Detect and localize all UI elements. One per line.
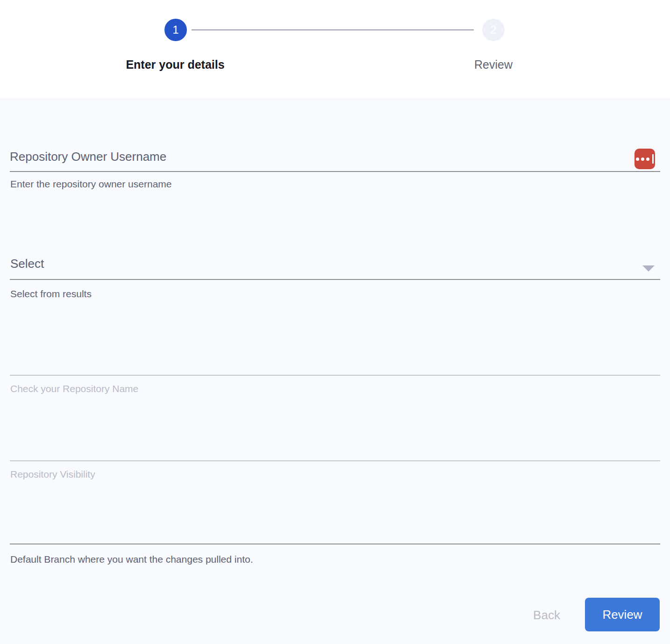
autofill-cursor-bar bbox=[652, 154, 654, 164]
default-branch-underline bbox=[10, 544, 660, 544]
step-1-indicator[interactable]: 1 bbox=[164, 19, 187, 41]
repository-visibility-underline bbox=[10, 460, 660, 461]
review-button[interactable]: Review bbox=[585, 598, 660, 631]
repository-name-underline bbox=[10, 375, 660, 376]
username-field-underline bbox=[10, 171, 660, 172]
autofill-dot bbox=[646, 157, 649, 161]
details-form-panel: Enter the repository owner username Sele… bbox=[0, 98, 670, 644]
stepper: 1 2 Enter your details Review bbox=[0, 0, 670, 98]
default-branch-helper: Default Branch where you want the change… bbox=[10, 554, 253, 565]
select-field-underline bbox=[10, 279, 660, 280]
repository-name-helper: Check your Repository Name bbox=[10, 383, 138, 394]
step-2-indicator[interactable]: 2 bbox=[482, 19, 505, 41]
select-field-helper: Select from results bbox=[10, 288, 92, 300]
stepper-connector-line bbox=[192, 29, 474, 30]
repository-details-wizard: 1 2 Enter your details Review Enter the … bbox=[0, 0, 670, 644]
autofill-dot bbox=[636, 157, 639, 161]
chevron-down-icon bbox=[642, 265, 655, 272]
username-field-helper: Enter the repository owner username bbox=[10, 179, 172, 190]
repository-visibility-input[interactable] bbox=[10, 433, 660, 456]
repository-owner-username-input[interactable] bbox=[10, 145, 627, 168]
results-select[interactable]: Select bbox=[10, 252, 660, 276]
step-1-label: Enter your details bbox=[82, 58, 269, 72]
autofill-dot bbox=[641, 157, 644, 161]
step-1-number: 1 bbox=[172, 24, 178, 36]
repository-name-input[interactable] bbox=[10, 348, 660, 370]
results-select-value: Select bbox=[10, 257, 44, 271]
repository-visibility-helper: Repository Visibility bbox=[10, 469, 95, 480]
back-button[interactable]: Back bbox=[519, 603, 575, 627]
step-2-number: 2 bbox=[490, 24, 496, 36]
step-2-label: Review bbox=[400, 58, 587, 72]
default-branch-input[interactable] bbox=[10, 516, 660, 539]
password-manager-autofill-icon[interactable] bbox=[634, 149, 655, 169]
